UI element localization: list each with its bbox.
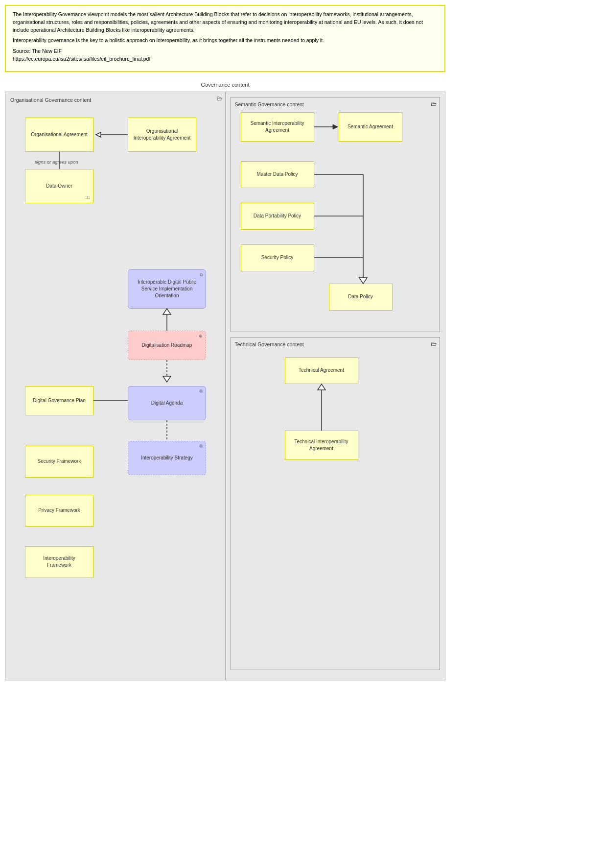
panel-right: Semantic Governance content 🗁 Semantic I… bbox=[226, 92, 445, 680]
interoperability-framework-box: Interoperability Framework bbox=[25, 546, 93, 578]
svg-marker-6 bbox=[163, 376, 171, 382]
security-framework-box: Security Framework bbox=[25, 446, 93, 478]
left-inner: Organisational Agreement Organisational … bbox=[10, 108, 220, 671]
semantic-folder-icon: 🗁 bbox=[431, 100, 437, 107]
interop-strategy-box: Interoperability Strategy ® bbox=[128, 441, 206, 475]
org-interop-agreement-box: Organisational Interoperability Agreemen… bbox=[128, 118, 196, 152]
data-owner-box: Data Owner □□ bbox=[25, 169, 93, 203]
source-label: Source: The New EIF https://ec.europa.eu… bbox=[13, 48, 438, 63]
security-policy-box: Security Policy bbox=[241, 244, 314, 271]
technical-agreement-box: Technical Agreement bbox=[285, 357, 358, 384]
semantic-interop-agreement-box: Semantic Interoperability Agreement bbox=[241, 112, 314, 142]
master-data-policy-box: Master Data Policy bbox=[241, 161, 314, 188]
info-paragraph1: The Interoperability Governance viewpoin… bbox=[13, 11, 438, 34]
digital-agenda-icon: ® bbox=[199, 388, 203, 395]
semantic-agreement-box: Semantic Agreement bbox=[339, 112, 402, 142]
panel-left: Organisational Governance content 🗁 Orga… bbox=[5, 92, 226, 680]
technical-interop-agreement-box: Technical Interoperability Agreement bbox=[285, 431, 358, 460]
info-paragraph2: Interoperability governance is the key t… bbox=[13, 37, 438, 45]
signs-label: signs or agrees upon bbox=[35, 159, 78, 165]
data-portability-policy-box: Data Portability Policy bbox=[241, 203, 314, 230]
governance-title: Governance content bbox=[5, 82, 445, 88]
idpsi-box: Interoperable Digital Public Service Imp… bbox=[128, 269, 206, 309]
svg-marker-10 bbox=[333, 124, 338, 129]
svg-marker-4 bbox=[163, 309, 171, 314]
left-panel-title: Organisational Governance content bbox=[10, 97, 220, 103]
technical-title: Technical Governance content bbox=[235, 341, 436, 347]
interop-strategy-icon: ® bbox=[199, 443, 203, 450]
diagram-area: Governance content Organisational Govern… bbox=[5, 82, 445, 680]
idpsi-icon: ⧉ bbox=[200, 272, 203, 278]
data-owner-icon: □□ bbox=[85, 194, 90, 201]
info-box: The Interoperability Governance viewpoin… bbox=[5, 5, 445, 72]
privacy-framework-box: Privacy Framework bbox=[25, 495, 93, 527]
technical-folder-icon: 🗁 bbox=[431, 340, 437, 347]
technical-section: Technical Governance content 🗁 Technical… bbox=[231, 337, 441, 670]
data-policy-box: Data Policy bbox=[329, 284, 393, 311]
digitalisation-roadmap-box: Digitalisation Roadmap ⊕ bbox=[128, 331, 206, 360]
left-panel-folder-icon: 🗁 bbox=[216, 95, 222, 102]
semantic-title: Semantic Governance content bbox=[235, 101, 436, 107]
digital-governance-plan-box: Digital Governance Plan bbox=[25, 386, 93, 415]
main-panels: Organisational Governance content 🗁 Orga… bbox=[5, 92, 445, 680]
semantic-section: Semantic Governance content 🗁 Semantic I… bbox=[231, 97, 441, 332]
org-agreement-box: Organisational Agreement bbox=[25, 118, 93, 152]
svg-marker-18 bbox=[318, 384, 325, 390]
svg-marker-1 bbox=[96, 132, 101, 137]
roadmap-icon: ⊕ bbox=[199, 333, 203, 339]
svg-marker-16 bbox=[359, 278, 367, 284]
digital-agenda-box: Digital Agenda ® bbox=[128, 386, 206, 420]
